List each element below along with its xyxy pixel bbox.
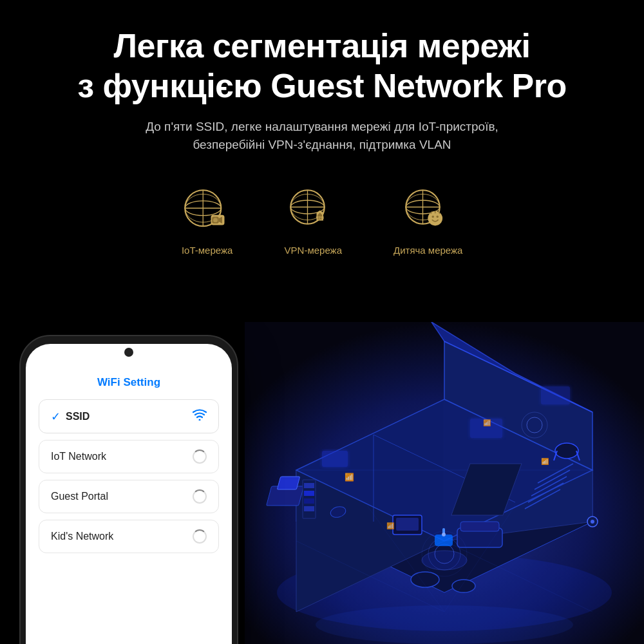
- kid-icon-container: [402, 187, 454, 238]
- svg-point-53: [452, 580, 475, 592]
- svg-point-26: [199, 419, 201, 421]
- icons-row: IoT-мережа VPN VPN-мережа: [182, 187, 463, 256]
- guest-portal-row: Guest Portal: [39, 480, 219, 513]
- bottom-section: WiFi Setting ✓ SSID: [0, 269, 644, 644]
- svg-point-22: [436, 215, 439, 218]
- kid-label: Дитяча мережа: [393, 245, 462, 256]
- svg-rect-45: [277, 477, 299, 489]
- svg-text:📶: 📶: [345, 472, 354, 482]
- subtitle: До п'яти SSID, легке налаштування мережі…: [39, 118, 605, 155]
- phone-notch: [124, 348, 133, 357]
- iot-icon-item: IoT-мережа: [182, 187, 233, 256]
- kid-globe-icon: [402, 187, 448, 232]
- vpn-icon-container: VPN: [287, 187, 339, 238]
- svg-point-51: [422, 551, 467, 570]
- house-visual: 📶 📶 📶 📶: [245, 322, 644, 644]
- guest-spinner-icon: [193, 489, 207, 504]
- svg-point-71: [591, 520, 594, 524]
- ssid-row: ✓ SSID: [39, 399, 219, 433]
- vpn-globe-icon: VPN: [287, 187, 332, 232]
- svg-text:VPN: VPN: [316, 215, 325, 220]
- svg-rect-59: [322, 451, 348, 467]
- svg-rect-50: [396, 518, 419, 531]
- svg-rect-79: [304, 506, 314, 511]
- vpn-icon-item: VPN VPN-мережа: [285, 187, 342, 256]
- phone-screen: WiFi Setting ✓ SSID: [26, 344, 232, 644]
- check-icon: ✓: [51, 410, 61, 424]
- wifi-signal-icon: [193, 409, 207, 424]
- iot-globe-icon: [182, 187, 227, 232]
- iot-spinner-icon: [193, 450, 207, 464]
- page: Легка сегментація мережі з функцією Gues…: [0, 0, 644, 644]
- svg-text:📶: 📶: [483, 419, 491, 427]
- iot-label: IoT-мережа: [182, 245, 232, 256]
- guest-portal-label: Guest Portal: [51, 491, 108, 502]
- wifi-setting-title: WiFi Setting: [39, 376, 219, 389]
- iot-icon-container: [182, 187, 233, 238]
- kids-network-label: Kid's Network: [51, 531, 113, 542]
- kids-network-row: Kid's Network: [39, 520, 219, 553]
- house-svg: 📶 📶 📶 📶: [245, 322, 644, 644]
- phone-content: WiFi Setting ✓ SSID: [26, 344, 232, 644]
- svg-rect-48: [460, 522, 499, 531]
- vpn-label: VPN-мережа: [285, 245, 342, 256]
- svg-point-8: [213, 218, 218, 222]
- phone-outer: WiFi Setting ✓ SSID: [19, 335, 238, 644]
- house-container: 📶 📶 📶 📶: [245, 322, 644, 644]
- svg-point-72: [555, 443, 578, 459]
- iot-network-row: IoT Network: [39, 440, 219, 473]
- svg-text:📶: 📶: [541, 457, 549, 466]
- kids-spinner-icon: [193, 529, 207, 544]
- svg-point-21: [431, 215, 434, 218]
- svg-rect-78: [304, 498, 314, 504]
- svg-point-69: [316, 605, 573, 644]
- svg-point-64: [442, 533, 446, 536]
- svg-rect-76: [304, 483, 314, 488]
- iot-network-label: IoT Network: [51, 451, 106, 462]
- kid-icon-item: Дитяча мережа: [393, 187, 462, 256]
- main-title: Легка сегментація мережі з функцією Gues…: [39, 26, 605, 106]
- svg-rect-77: [304, 491, 314, 496]
- ssid-label: SSID: [66, 411, 90, 422]
- top-section: Легка сегментація мережі з функцією Gues…: [0, 0, 644, 167]
- svg-text:📶: 📶: [386, 522, 395, 530]
- phone-mockup: WiFi Setting ✓ SSID: [19, 335, 238, 644]
- svg-rect-61: [541, 386, 570, 404]
